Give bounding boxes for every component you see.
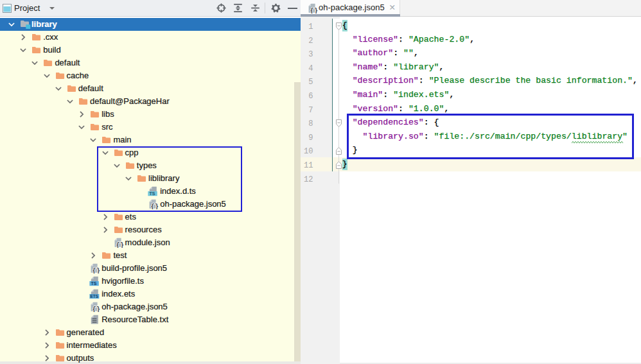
svg-text:ETS: ETS	[91, 293, 99, 298]
svg-text:{}: {}	[116, 241, 124, 247]
svg-text:TS: TS	[91, 281, 97, 286]
svg-text:{}: {}	[92, 305, 101, 311]
svg-text:{}: {}	[92, 266, 101, 273]
svg-text:{}: {}	[310, 7, 318, 13]
